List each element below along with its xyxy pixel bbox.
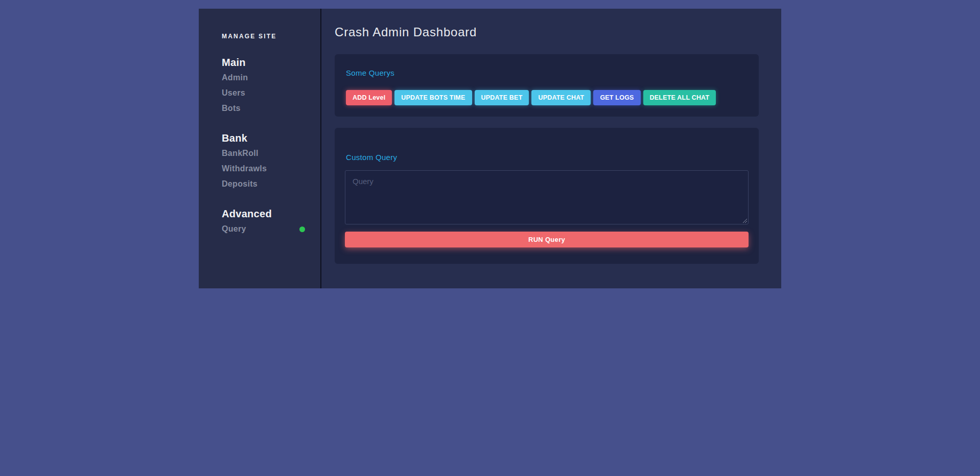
sidebar-heading-advanced: Advanced bbox=[222, 207, 305, 220]
admin-app-shell: MANAGE SITE Main Admin Users Bots Bank B… bbox=[199, 9, 781, 288]
sidebar-section-main: Main Admin Users Bots bbox=[222, 56, 305, 116]
custom-query-card-title: Custom Query bbox=[346, 152, 749, 163]
sidebar-item-query-label: Query bbox=[222, 221, 246, 237]
query-textarea[interactable] bbox=[345, 170, 749, 224]
custom-query-card: Custom Query RUN Query bbox=[335, 128, 759, 264]
sidebar-item-query[interactable]: Query bbox=[222, 221, 305, 237]
sidebar-item-admin[interactable]: Admin bbox=[222, 70, 305, 85]
sidebar-heading-main: Main bbox=[222, 56, 305, 69]
run-query-button[interactable]: RUN Query bbox=[345, 232, 749, 247]
sidebar-item-withdrawls[interactable]: Withdrawls bbox=[222, 161, 305, 176]
query-textarea-wrap bbox=[345, 170, 749, 224]
sidebar-section-bank: Bank BankRoll Withdrawls Deposits bbox=[222, 131, 305, 192]
sidebar-heading-bank: Bank bbox=[222, 131, 305, 145]
update-bet-button[interactable]: UPDATE BET bbox=[475, 90, 529, 105]
query-buttons-row: ADD Level UPDATE BOTS TIME UPDATE BET UP… bbox=[346, 90, 748, 105]
update-bots-time-button[interactable]: UPDATE BOTS TIME bbox=[394, 90, 472, 105]
add-level-button[interactable]: ADD Level bbox=[346, 90, 392, 105]
sidebar-item-bots[interactable]: Bots bbox=[222, 101, 305, 116]
some-querys-card: Some Querys ADD Level UPDATE BOTS TIME U… bbox=[335, 54, 759, 117]
page-title: Crash Admin Dashboard bbox=[335, 25, 759, 40]
main-content: Crash Admin Dashboard Some Querys ADD Le… bbox=[321, 9, 781, 288]
sidebar-item-deposits[interactable]: Deposits bbox=[222, 176, 305, 192]
sidebar-section-advanced: Advanced Query bbox=[222, 207, 305, 237]
sidebar: MANAGE SITE Main Admin Users Bots Bank B… bbox=[199, 9, 321, 288]
get-logs-button[interactable]: GET LOGS bbox=[593, 90, 640, 105]
sidebar-brand: MANAGE SITE bbox=[222, 32, 305, 40]
sidebar-item-users[interactable]: Users bbox=[222, 85, 305, 101]
update-chat-button[interactable]: UPDATE CHAT bbox=[531, 90, 591, 105]
delete-all-chat-button[interactable]: DELETE ALL CHAT bbox=[643, 90, 716, 105]
sidebar-item-bankroll[interactable]: BankRoll bbox=[222, 146, 305, 161]
some-querys-card-title: Some Querys bbox=[346, 67, 748, 79]
status-dot-icon bbox=[299, 226, 305, 232]
